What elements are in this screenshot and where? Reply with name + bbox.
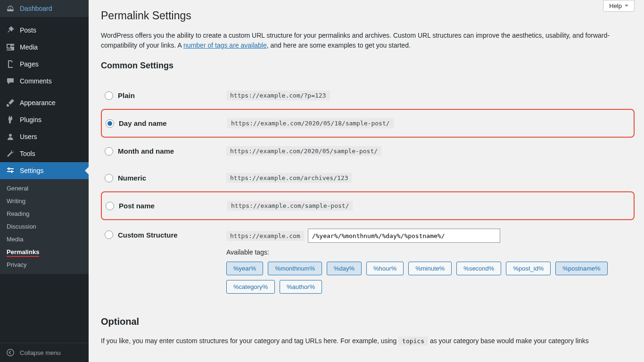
option-example: https://example.com/?p=123 [226, 90, 330, 100]
sidebar-item-pages[interactable]: Pages [0, 56, 89, 73]
tag-hour[interactable]: %hour% [366, 262, 404, 275]
admin-sidebar: Dashboard Posts Media Pages Comments App… [0, 0, 89, 362]
option-custom[interactable]: Custom Structure https://example.com Ava… [101, 220, 635, 302]
sidebar-item-users[interactable]: Users [0, 128, 89, 145]
tags-link[interactable]: number of tags are available [183, 41, 267, 49]
collapse-menu[interactable]: Collapse menu [0, 343, 89, 362]
radio-custom[interactable] [105, 230, 113, 239]
radio-post-name[interactable] [106, 202, 114, 210]
tag-post-id[interactable]: %post_id% [506, 262, 551, 275]
custom-structure-input[interactable] [308, 229, 500, 243]
sidebar-item-posts[interactable]: Posts [0, 22, 89, 39]
submenu-writing[interactable]: Writing [0, 195, 89, 207]
option-example: https://example.com/archives/123 [226, 173, 352, 183]
sliders-icon [6, 166, 15, 175]
option-example: https://example.com/sample-post/ [227, 201, 353, 211]
option-example: https://example.com/2020/05/18/sample-po… [227, 118, 394, 128]
intro-text: WordPress offers you the ability to crea… [101, 31, 619, 50]
submenu-discussion[interactable]: Discussion [0, 220, 89, 233]
radio-plain[interactable] [105, 91, 113, 100]
sidebar-item-media[interactable]: Media [0, 39, 89, 56]
main-content: Help Permalink Settings WordPress offers… [89, 0, 644, 362]
option-month-name[interactable]: Month and name https://example.com/2020/… [101, 138, 635, 165]
dashboard-icon [6, 4, 15, 13]
optional-text: If you like, you may enter custom struct… [101, 336, 629, 346]
custom-base-url: https://example.com [226, 231, 304, 241]
help-button[interactable]: Help [603, 0, 635, 12]
pin-icon [6, 25, 15, 35]
tag-minute[interactable]: %minute% [408, 262, 452, 275]
comment-icon [6, 76, 15, 86]
tag-year[interactable]: %year% [226, 262, 263, 275]
tag-second[interactable]: %second% [456, 262, 501, 275]
wrench-icon [6, 149, 15, 158]
option-label: Numeric [118, 174, 146, 182]
radio-month-name[interactable] [105, 147, 113, 156]
option-post-name[interactable]: Post name https://example.com/sample-pos… [101, 191, 635, 220]
radio-numeric[interactable] [105, 174, 113, 182]
user-icon [6, 132, 15, 141]
brush-icon [6, 98, 15, 107]
available-tags-label: Available tags: [226, 248, 613, 256]
permalink-options: Plain https://example.com/?p=123 Day and… [101, 82, 635, 302]
svg-point-0 [7, 349, 14, 356]
submenu-privacy[interactable]: Privacy [0, 258, 89, 271]
sidebar-item-label: Media [20, 43, 38, 51]
option-numeric[interactable]: Numeric https://example.com/archives/123 [101, 165, 635, 191]
sidebar-item-label: Appearance [20, 99, 56, 107]
pages-icon [6, 59, 15, 69]
tag-day[interactable]: %day% [327, 262, 362, 275]
sidebar-item-label: Pages [20, 60, 39, 68]
optional-heading: Optional [101, 316, 635, 327]
sidebar-item-label: Dashboard [20, 5, 52, 12]
submenu-media[interactable]: Media [0, 233, 89, 246]
radio-day-name[interactable] [106, 119, 114, 128]
sidebar-item-label: Posts [20, 26, 36, 34]
option-label: Plain [118, 91, 135, 99]
option-label: Post name [119, 202, 155, 210]
sidebar-item-comments[interactable]: Comments [0, 73, 89, 90]
sidebar-item-dashboard[interactable]: Dashboard [0, 0, 89, 17]
common-settings-heading: Common Settings [101, 61, 635, 71]
sidebar-item-label: Tools [20, 150, 35, 157]
page-title: Permalink Settings [101, 9, 635, 22]
collapse-icon [6, 348, 15, 357]
sidebar-item-plugins[interactable]: Plugins [0, 111, 89, 128]
submenu-reading[interactable]: Reading [0, 207, 89, 220]
settings-submenu: General Writing Reading Discussion Media… [0, 179, 89, 274]
tag-buttons: %year% %monthnum% %day% %hour% %minute% … [226, 262, 613, 294]
sidebar-item-tools[interactable]: Tools [0, 145, 89, 162]
sidebar-item-label: Plugins [20, 116, 41, 123]
submenu-general[interactable]: General [0, 182, 89, 195]
chevron-down-icon [625, 5, 628, 8]
tag-author[interactable]: %author% [280, 280, 322, 294]
inline-code-topics: topics [398, 337, 428, 346]
plug-icon [6, 115, 15, 124]
media-icon [6, 42, 15, 52]
option-label: Custom Structure [118, 231, 178, 239]
option-label: Month and name [118, 147, 174, 155]
submenu-permalinks[interactable]: Permalinks [0, 246, 89, 258]
sidebar-item-label: Settings [20, 167, 44, 174]
option-example: https://example.com/2020/05/sample-post/ [226, 146, 381, 156]
collapse-label: Collapse menu [20, 349, 61, 356]
tag-monthnum[interactable]: %monthnum% [268, 262, 322, 275]
tag-category[interactable]: %category% [226, 280, 275, 294]
option-plain[interactable]: Plain https://example.com/?p=123 [101, 82, 635, 109]
tag-postname[interactable]: %postname% [555, 262, 607, 275]
sidebar-item-settings[interactable]: Settings [0, 162, 89, 179]
option-day-name[interactable]: Day and name https://example.com/2020/05… [101, 109, 635, 138]
sidebar-item-label: Comments [20, 77, 52, 85]
sidebar-item-label: Users [20, 133, 37, 140]
sidebar-item-appearance[interactable]: Appearance [0, 94, 89, 111]
option-label: Day and name [119, 119, 167, 127]
